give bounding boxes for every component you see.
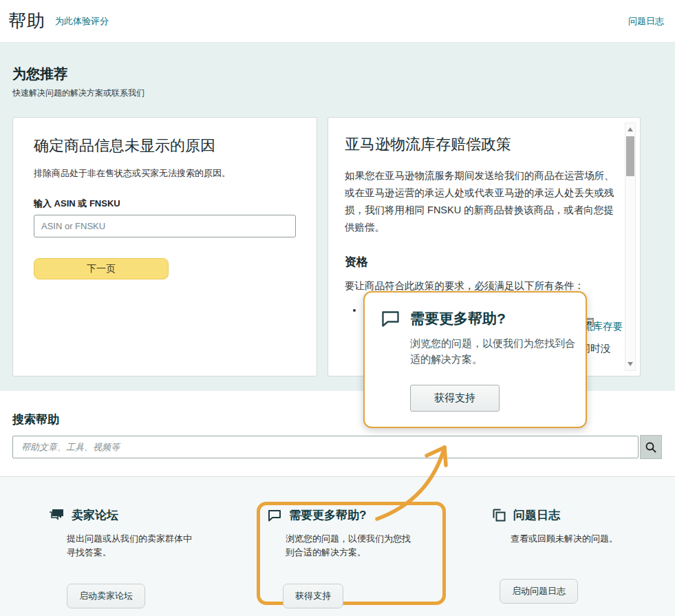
policy-card-scrollbar[interactable] — [625, 123, 636, 371]
popup-body: 浏览您的问题，以便我们为您找到合适的解决方案。 — [410, 335, 583, 368]
footer-section: 卖家论坛 提出问题或从我们的卖家群体中寻找答案。 启动卖家论坛 需要更多帮助? … — [0, 476, 675, 616]
asin-input[interactable] — [34, 215, 296, 237]
recommended-subtitle: 快速解决问题的解决方案或联系我们 — [12, 87, 663, 99]
forums-icon — [49, 509, 64, 522]
issue-log-link[interactable]: 问题日志 — [628, 15, 664, 28]
case-log-title: 问题日志 — [513, 507, 560, 523]
search-icon — [645, 441, 657, 454]
help-description: 浏览您的问题，以便我们为您找到合适的解决方案。 — [286, 532, 415, 560]
seller-forums-column: 卖家论坛 提出问题或从我们的卖家群体中寻找答案。 启动卖家论坛 — [49, 507, 197, 608]
help-search-input[interactable] — [12, 436, 639, 458]
need-more-help-popup: 需要更多帮助? 浏览您的问题，以便我们为您找到合适的解决方案。 获得支持 — [363, 291, 587, 428]
scroll-down-icon[interactable] — [628, 362, 633, 366]
search-button[interactable] — [640, 435, 662, 459]
need-more-help-column: 需要更多帮助? 浏览您的问题，以便我们为您找到合适的解决方案。 获得支持 — [268, 507, 419, 608]
launch-case-log-button[interactable]: 启动问题日志 — [500, 579, 578, 604]
page-header: 帮助 为此体验评分 问题日志 — [0, 0, 675, 43]
eligibility-intro: 要让商品符合此政策的要求，必须满足以下所有条件： — [345, 279, 614, 293]
policy-paragraph: 如果您在亚马逊物流服务期间发送给我们的商品在运营场所、或在亚马逊运营的承运人处或… — [345, 167, 621, 236]
get-support-button[interactable]: 获得支持 — [283, 584, 343, 608]
recommended-title: 为您推荐 — [12, 65, 663, 83]
listing-card-title: 确定商品信息未显示的原因 — [34, 136, 296, 156]
asin-input-label: 输入 ASIN 或 FNSKU — [34, 198, 296, 210]
listing-card-description: 排除商品处于非在售状态或买家无法搜索的原因。 — [34, 167, 296, 180]
help-title: 需要更多帮助? — [289, 507, 366, 523]
case-log-column: 问题日志 查看或回顾未解决的问题。 启动问题日志 — [493, 507, 641, 604]
speech-bubble-icon — [268, 509, 281, 522]
scrollbar-thumb[interactable] — [626, 136, 634, 176]
popup-title: 需要更多帮助? — [410, 309, 506, 328]
speech-bubble-icon — [381, 310, 400, 328]
listing-issue-card: 确定商品信息未显示的原因 排除商品处于非在售状态或买家无法搜索的原因。 输入 A… — [12, 117, 317, 376]
get-support-button[interactable]: 获得支持 — [410, 385, 500, 412]
case-log-icon — [493, 509, 506, 522]
policy-card-title: 亚马逊物流库存赔偿政策 — [345, 134, 614, 155]
forums-title: 卖家论坛 — [72, 507, 118, 523]
rate-experience-link[interactable]: 为此体验评分 — [55, 15, 109, 28]
forums-description: 提出问题或从我们的卖家群体中寻找答案。 — [67, 532, 196, 560]
next-page-button[interactable]: 下一页 — [34, 258, 169, 279]
page-title: 帮助 — [8, 9, 45, 33]
case-log-description: 查看或回顾未解决的问题。 — [511, 532, 640, 546]
scroll-up-icon[interactable] — [628, 127, 633, 131]
eligibility-heading: 资格 — [345, 254, 614, 270]
launch-forums-button[interactable]: 启动卖家论坛 — [67, 584, 145, 608]
